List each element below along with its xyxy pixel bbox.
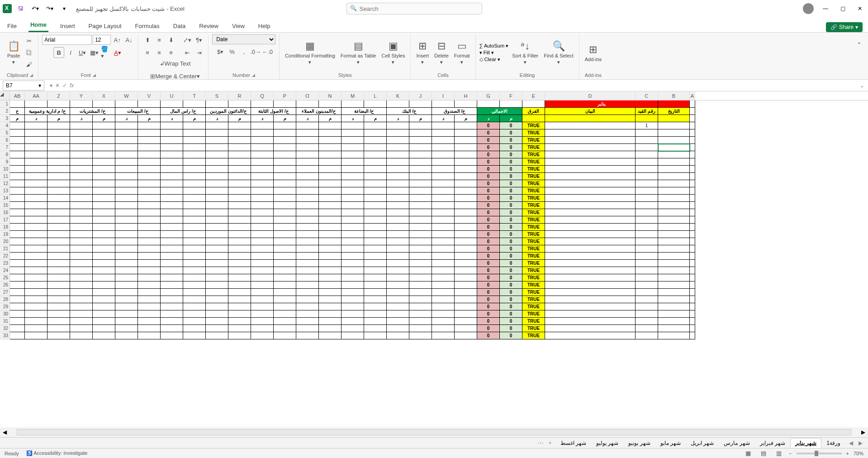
cell[interactable] [47, 151, 70, 158]
cell[interactable] [545, 267, 636, 274]
tab-data[interactable]: Data [171, 20, 187, 32]
cell[interactable] [545, 318, 636, 325]
tab-insert[interactable]: Insert [58, 20, 77, 32]
col-header-X[interactable]: X [93, 91, 115, 100]
cell[interactable] [319, 231, 342, 238]
cell[interactable] [409, 122, 432, 129]
cell[interactable] [93, 260, 115, 267]
cell[interactable] [364, 267, 387, 274]
cell[interactable] [25, 158, 47, 166]
cell[interactable] [274, 129, 296, 137]
cell[interactable] [138, 158, 161, 166]
cell[interactable] [25, 137, 47, 144]
cell[interactable] [409, 231, 432, 238]
cell[interactable] [545, 253, 636, 260]
cell[interactable] [138, 166, 161, 173]
col-header-Q[interactable]: Q [251, 91, 274, 100]
cell[interactable]: د [251, 115, 274, 122]
cell[interactable] [47, 325, 70, 332]
cell[interactable] [70, 332, 93, 339]
cell[interactable] [409, 209, 432, 216]
cell[interactable] [206, 122, 228, 129]
paste-button[interactable]: 📋Paste▾ [5, 39, 22, 66]
cell[interactable] [409, 260, 432, 267]
cell[interactable] [47, 296, 70, 303]
cell[interactable] [690, 245, 695, 253]
row-header[interactable]: 1 [0, 100, 10, 108]
cell[interactable] [93, 129, 115, 137]
cell[interactable] [47, 332, 70, 339]
cell[interactable] [522, 100, 545, 108]
cell[interactable] [138, 332, 161, 339]
cell[interactable] [47, 238, 70, 245]
cell[interactable] [251, 173, 274, 180]
cell[interactable] [387, 318, 409, 325]
cell[interactable] [387, 129, 409, 137]
cell[interactable] [228, 122, 251, 129]
cell[interactable]: 0 [477, 173, 500, 180]
cell[interactable]: د [25, 115, 47, 122]
cell[interactable] [70, 137, 93, 144]
cell[interactable]: 0 [477, 187, 500, 195]
cell[interactable] [690, 115, 695, 122]
cell[interactable] [25, 144, 47, 151]
cell[interactable] [138, 260, 161, 267]
cell[interactable] [251, 137, 274, 144]
cell[interactable] [409, 310, 432, 318]
cell[interactable] [409, 245, 432, 253]
cell[interactable] [342, 173, 364, 180]
cell[interactable] [228, 129, 251, 137]
cell[interactable] [47, 144, 70, 151]
cell[interactable] [274, 100, 296, 108]
cell[interactable] [206, 325, 228, 332]
cell[interactable] [387, 325, 409, 332]
maximize-icon[interactable]: ▢ [837, 3, 848, 14]
cell[interactable] [296, 253, 319, 260]
cell[interactable] [47, 267, 70, 274]
cell[interactable] [10, 260, 25, 267]
cell[interactable] [228, 151, 251, 158]
number-format-combo[interactable]: Date [212, 34, 275, 44]
cell[interactable] [658, 216, 690, 224]
cell[interactable] [161, 166, 183, 173]
cell[interactable]: TRUE [522, 281, 545, 289]
cell[interactable] [636, 231, 658, 238]
cell[interactable] [342, 332, 364, 339]
cell[interactable] [10, 144, 25, 151]
col-header-H[interactable]: H [455, 91, 477, 100]
tab-file[interactable]: File [5, 20, 19, 32]
cell[interactable] [690, 253, 695, 260]
cell[interactable] [636, 332, 658, 339]
cell[interactable] [455, 303, 477, 310]
cell[interactable] [161, 158, 183, 166]
cell-diff-header[interactable]: الفرق [522, 108, 545, 115]
cell[interactable] [183, 267, 206, 274]
col-header-A[interactable]: A [690, 91, 695, 100]
col-header-R[interactable]: R [228, 91, 251, 100]
cell[interactable] [183, 187, 206, 195]
cell[interactable] [47, 281, 70, 289]
cell[interactable] [364, 281, 387, 289]
cell[interactable] [319, 289, 342, 296]
cell[interactable] [161, 144, 183, 151]
cell[interactable] [296, 202, 319, 209]
cell[interactable] [690, 310, 695, 318]
cell[interactable]: TRUE [522, 137, 545, 144]
cell[interactable] [183, 180, 206, 187]
align-left-icon[interactable]: ≡ [142, 47, 153, 58]
cell[interactable] [47, 187, 70, 195]
row-header[interactable]: 13 [0, 187, 10, 195]
cell[interactable] [10, 281, 25, 289]
cell[interactable] [183, 303, 206, 310]
cell[interactable] [206, 303, 228, 310]
cell[interactable] [296, 238, 319, 245]
cell[interactable] [70, 187, 93, 195]
cell[interactable] [206, 187, 228, 195]
cell[interactable] [10, 253, 25, 260]
cell[interactable] [138, 238, 161, 245]
cell[interactable] [364, 187, 387, 195]
cell[interactable] [409, 238, 432, 245]
sheet-tab[interactable]: شهر مايو [655, 438, 686, 448]
cell[interactable] [387, 187, 409, 195]
cell[interactable] [432, 166, 455, 173]
